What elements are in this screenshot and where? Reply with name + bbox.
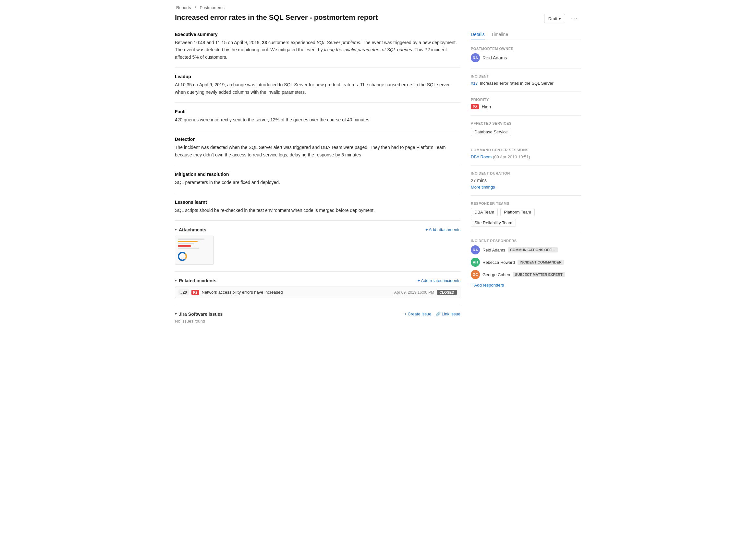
mitigation-body: SQL parameters in the code are fixed and…	[175, 179, 460, 186]
related-incident-row: #20 P2 Network accessibility errors have…	[175, 287, 460, 298]
avatar-gc: GC	[471, 270, 480, 279]
incident-duration-section: INCIDENT DURATION 27 mins More timings	[471, 171, 581, 196]
chevron-down-icon: ▾	[175, 227, 177, 232]
incident-label: INCIDENT	[471, 74, 581, 78]
draft-label: Draft	[548, 16, 558, 21]
breadcrumb-separator: /	[195, 5, 196, 10]
tab-details[interactable]: Details	[471, 32, 485, 40]
responder-row-ra: RA Reid Adams COMMUNICATIONS OFFI...	[471, 245, 581, 254]
attachments-toggle[interactable]: ▾ Attachments	[175, 227, 206, 232]
add-related-incidents-button[interactable]: + Add related incidents	[418, 278, 460, 283]
affected-services-section: AFFECTED SERVICES Database Service	[471, 121, 581, 142]
incident-title-text: Increased error rates in the SQL Server	[480, 81, 554, 86]
incident-section: INCIDENT #17 Increased error rates in th…	[471, 74, 581, 92]
create-issue-button[interactable]: + Create issue	[404, 312, 431, 317]
team-tag-dba: DBA Team	[471, 208, 498, 216]
sidebar-tabs: Details Timeline	[471, 32, 581, 40]
incident-responders-section: INCIDENT RESPONDERS RA Reid Adams COMMUN…	[471, 239, 581, 293]
add-responders-button[interactable]: + Add responders	[471, 283, 504, 288]
service-tag: Database Service	[471, 128, 511, 136]
more-timings-link[interactable]: More timings	[471, 185, 495, 190]
no-issues-text: No issues found	[175, 319, 460, 324]
responder-teams-section: RESPONDER TEAMS DBA Team Platform Team S…	[471, 202, 581, 233]
avatar-ra: RA	[471, 245, 480, 254]
page-title: Increased error rates in the SQL Server …	[175, 13, 539, 22]
priority-p2-badge: P2	[471, 104, 479, 109]
attachment-thumbnail[interactable]	[175, 236, 460, 265]
jira-toggle[interactable]: ▾ Jira Software issues	[175, 312, 223, 317]
owner-name: Reid Adams	[482, 55, 507, 61]
avatar-rh: RH	[471, 258, 480, 267]
incident-responders-label: INCIDENT RESPONDERS	[471, 239, 581, 243]
fault-section: Fault 420 queries were incorrectly sent …	[175, 109, 460, 130]
incident-date: Apr 09, 2019 16:00 PM	[394, 290, 434, 295]
attachments-section: ▾ Attachments + Add attachments	[175, 227, 460, 272]
command-center-section: COMMAND CENTER SESSIONS DBA Room (09 Apr…	[471, 148, 581, 166]
responder-row-rh: RH Rebecca Howard INCIDENT COMMANDER	[471, 258, 581, 267]
incident-title: Network accessibility errors have increa…	[202, 290, 392, 295]
jira-title: Jira Software issues	[179, 312, 223, 317]
priority-label: PRIORITY	[471, 98, 581, 101]
fault-body: 420 queries were incorrectly sent to the…	[175, 116, 460, 123]
role-badge-ra: COMMUNICATIONS OFFI...	[508, 247, 558, 252]
attachments-title: Attachments	[179, 227, 206, 232]
leadup-title: Leadup	[175, 74, 460, 79]
lessons-title: Lessons learnt	[175, 200, 460, 205]
mitigation-section: Mitigation and resolution SQL parameters…	[175, 172, 460, 193]
team-tag-sre: Site Reliability Team	[471, 219, 516, 227]
duration-value: 27 mins	[471, 178, 581, 183]
add-attachments-button[interactable]: + Add attachments	[425, 227, 460, 232]
mitigation-title: Mitigation and resolution	[175, 172, 460, 177]
responder-name-ra: Reid Adams	[482, 248, 505, 252]
avatar: RA	[471, 53, 480, 62]
incident-number-link[interactable]: #17	[471, 81, 478, 86]
command-center-session: DBA Room (09 Apr 2019 10:51)	[471, 155, 581, 159]
incident-number: #20	[179, 290, 189, 295]
role-badge-rh: INCIDENT COMMANDER	[518, 260, 564, 265]
chevron-down-icon: ▾	[559, 16, 561, 21]
tab-timeline[interactable]: Timeline	[491, 32, 508, 40]
leadup-body: At 10:35 on April 9, 2019, a change was …	[175, 81, 460, 96]
teams-list: DBA Team Platform Team Site Reliability …	[471, 208, 581, 227]
dba-room-link[interactable]: DBA Room	[471, 155, 492, 159]
fault-title: Fault	[175, 109, 460, 114]
lessons-section: Lessons learnt SQL scripts should be re-…	[175, 200, 460, 221]
related-incidents-title: Related incidents	[179, 278, 216, 283]
priority-badge: P2	[191, 290, 199, 295]
incident-status-badge: CLOSED	[437, 290, 457, 295]
lessons-body: SQL scripts should be re-checked in the …	[175, 207, 460, 214]
responder-teams-label: RESPONDER TEAMS	[471, 202, 581, 205]
breadcrumb-postmortems[interactable]: Postmortems	[199, 5, 224, 10]
jira-section: ▾ Jira Software issues + Create issue 🔗 …	[175, 312, 460, 330]
session-date: (09 Apr 2019 10:51)	[493, 155, 530, 159]
breadcrumb-reports[interactable]: Reports	[176, 5, 191, 10]
postmortem-owner-section: POSTMORTEM OWNER RA Reid Adams	[471, 47, 581, 68]
link-issue-button[interactable]: 🔗 Link issue	[436, 312, 460, 317]
detection-section: Detection The incident was detected when…	[175, 137, 460, 165]
postmortem-owner-label: POSTMORTEM OWNER	[471, 47, 581, 51]
priority-section: PRIORITY P2 High	[471, 98, 581, 115]
breadcrumb: Reports / Postmortems	[175, 5, 581, 10]
detection-title: Detection	[175, 137, 460, 142]
status-draft-button[interactable]: Draft ▾	[544, 14, 565, 23]
chevron-down-icon: ▾	[175, 278, 177, 283]
sidebar: Details Timeline POSTMORTEM OWNER RA Rei…	[471, 32, 581, 337]
responder-name-gc: George Cohen	[482, 272, 510, 277]
executive-summary-title: Executive summary	[175, 32, 460, 37]
ellipsis-icon: ···	[571, 15, 578, 22]
related-incidents-toggle[interactable]: ▾ Related incidents	[175, 278, 216, 283]
command-center-label: COMMAND CENTER SESSIONS	[471, 148, 581, 152]
executive-summary-body: Between 10:48 and 11:15 on April 9, 2019…	[175, 39, 460, 61]
executive-summary-section: Executive summary Between 10:48 and 11:1…	[175, 32, 460, 68]
chevron-down-icon: ▾	[175, 312, 177, 316]
detection-body: The incident was detected when the SQL S…	[175, 144, 460, 158]
responder-name-rh: Rebecca Howard	[482, 260, 515, 265]
responder-row-gc: GC George Cohen SUBJECT MATTER EXPERT	[471, 270, 581, 279]
more-options-button[interactable]: ···	[568, 13, 581, 24]
role-badge-gc: SUBJECT MATTER EXPERT	[513, 272, 565, 277]
incident-duration-label: INCIDENT DURATION	[471, 171, 581, 175]
related-incidents-section: ▾ Related incidents + Add related incide…	[175, 278, 460, 305]
leadup-section: Leadup At 10:35 on April 9, 2019, a chan…	[175, 74, 460, 102]
priority-text: High	[481, 104, 491, 109]
team-tag-platform: Platform Team	[500, 208, 535, 216]
